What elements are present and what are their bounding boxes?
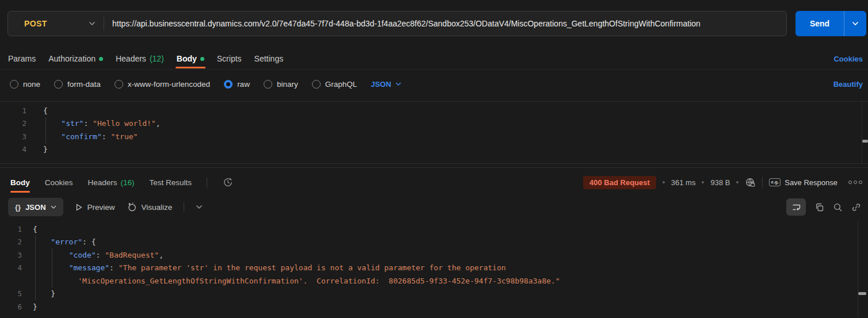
status-badge[interactable]: 400 Bad Request <box>583 176 656 189</box>
send-options-button[interactable] <box>844 11 866 36</box>
response-tab-bar: Body Cookies Headers(16) Test Results 40… <box>0 170 868 194</box>
raw-language-label: JSON <box>371 80 391 89</box>
response-body-editor[interactable]: 1{2 "error": {3 "code": "BadRequest",4 "… <box>0 223 852 313</box>
visualize-label: Visualize <box>142 203 173 212</box>
response-size[interactable]: 938 B <box>710 178 730 187</box>
search-icon[interactable] <box>833 202 843 212</box>
scrollbar-thumb[interactable] <box>858 292 866 295</box>
tab-label: Settings <box>254 54 284 63</box>
body-mode-bar: none form-data x-www-form-urlencoded raw… <box>0 75 868 93</box>
wrap-text-button[interactable] <box>786 198 806 216</box>
divider <box>0 163 868 164</box>
radio-icon[interactable] <box>312 80 321 89</box>
mode-graphql[interactable]: GraphQL <box>312 80 357 89</box>
chevron-down-icon <box>395 82 401 86</box>
mode-binary[interactable]: binary <box>264 80 298 89</box>
tab-label: Test Results <box>150 178 192 187</box>
code-line: 3 "confirm": "true" <box>0 130 858 143</box>
history-icon[interactable] <box>222 177 234 188</box>
wrap-text-icon <box>791 202 801 212</box>
tab-label: Cookies <box>45 178 73 187</box>
tab-body[interactable]: Body <box>177 48 204 69</box>
green-dot <box>99 57 103 61</box>
url-input[interactable] <box>112 19 781 28</box>
send-button[interactable]: Send <box>795 11 866 36</box>
more-options-icon[interactable] <box>848 181 862 184</box>
response-tab-headers[interactable]: Headers(16) <box>88 170 135 194</box>
indent-guide <box>52 248 52 288</box>
divider <box>104 17 104 30</box>
radio-icon[interactable] <box>115 80 123 89</box>
radio-icon[interactable] <box>264 80 272 89</box>
raw-language-selector[interactable]: JSON <box>371 80 401 89</box>
response-tab-test-results[interactable]: Test Results <box>150 170 192 194</box>
divider <box>0 167 868 168</box>
mode-raw[interactable]: raw <box>224 80 250 89</box>
dot-separator <box>736 181 738 183</box>
request-body-editor[interactable]: 1{2 "str": "Hello world!",3 "confirm": "… <box>0 104 858 156</box>
code-line: 3 "code": "BadRequest", <box>0 248 852 262</box>
code-line: 2 "error": { <box>0 236 852 249</box>
visualize-icon <box>127 202 137 212</box>
code-line: 6} <box>0 300 852 313</box>
method-selector[interactable]: POST <box>8 19 96 28</box>
response-format-selector[interactable]: {} JSON <box>8 198 63 216</box>
scrollbar-track[interactable] <box>862 102 862 163</box>
mode-label: binary <box>277 80 298 89</box>
radio-icon[interactable] <box>54 80 63 89</box>
visualize-button[interactable]: Visualize <box>127 202 173 212</box>
mode-none[interactable]: none <box>10 80 40 89</box>
mode-form-data[interactable]: form-data <box>54 80 101 89</box>
code-line: 1{ <box>0 223 852 236</box>
response-tab-cookies[interactable]: Cookies <box>45 170 73 194</box>
divider <box>207 177 207 187</box>
radio-icon[interactable] <box>10 80 18 89</box>
tab-settings[interactable]: Settings <box>254 48 284 69</box>
tab-label: Headers <box>116 54 146 63</box>
code-line: 4 "message": "The parameter 'str' in the… <box>0 262 852 275</box>
scrollbar-track[interactable] <box>858 221 858 318</box>
code-line: 4} <box>0 143 858 156</box>
beautify-link[interactable]: Beautify <box>833 80 863 89</box>
mode-label: none <box>23 80 40 89</box>
mode-x-www-form-urlencoded[interactable]: x-www-form-urlencoded <box>115 80 210 89</box>
preview-label: Preview <box>87 203 115 212</box>
send-label[interactable]: Send <box>795 11 844 36</box>
chevron-down-icon[interactable] <box>196 205 203 209</box>
tab-headers[interactable]: Headers(12) <box>116 48 164 69</box>
tab-label: Authorization <box>48 54 96 63</box>
scrollbar-thumb[interactable] <box>862 140 868 143</box>
radio-selected-icon[interactable] <box>224 80 233 89</box>
braces-icon: {} <box>15 203 21 212</box>
response-time[interactable]: 361 ms <box>671 178 696 187</box>
play-icon <box>75 203 83 212</box>
save-response-button[interactable]: e.g. Save Response <box>769 178 837 187</box>
tab-authorization[interactable]: Authorization <box>48 48 103 69</box>
green-dot <box>200 57 204 61</box>
method-label: POST <box>24 19 47 28</box>
request-url-bar: POST <box>7 11 787 36</box>
code-line: 5 } <box>0 288 852 301</box>
chevron-down-icon <box>51 205 56 209</box>
response-toolbar: {} JSON Preview Visualize <box>0 197 868 217</box>
copy-icon[interactable] <box>814 202 824 212</box>
response-view-icons <box>786 198 861 216</box>
tab-scripts[interactable]: Scripts <box>217 48 242 69</box>
tab-label: Body <box>10 178 30 187</box>
preview-button[interactable]: Preview <box>75 203 115 212</box>
tab-label: Body <box>177 54 197 63</box>
save-response-label: Save Response <box>785 178 837 187</box>
dot-separator <box>663 181 665 183</box>
cookies-link[interactable]: Cookies <box>833 55 863 63</box>
example-icon: e.g. <box>769 178 781 186</box>
response-tab-body[interactable]: Body <box>10 170 30 194</box>
mode-label: form-data <box>67 80 101 89</box>
tab-label: Params <box>8 54 36 63</box>
mode-label: x-www-form-urlencoded <box>128 80 210 89</box>
link-icon[interactable] <box>851 202 861 212</box>
indent-guide <box>35 236 36 300</box>
network-security-icon[interactable] <box>745 177 756 188</box>
chevron-down-icon <box>89 21 96 26</box>
tab-params[interactable]: Params <box>8 48 36 69</box>
format-label: JSON <box>25 203 45 212</box>
